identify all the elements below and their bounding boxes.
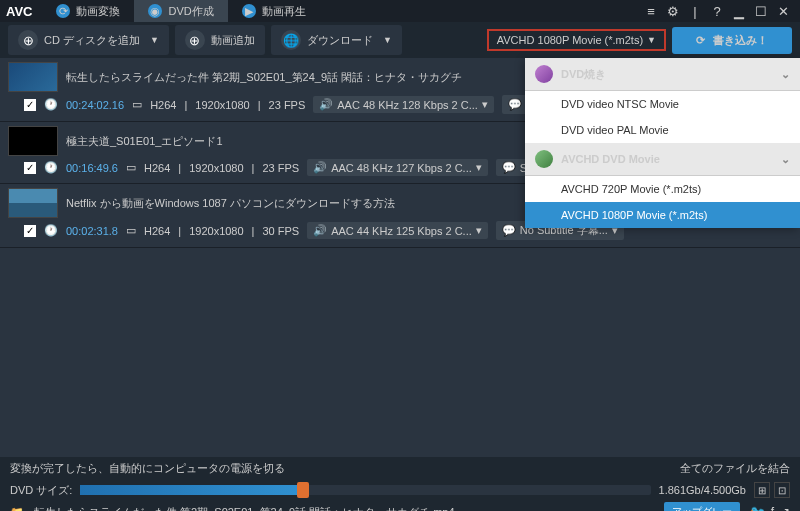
grid-icon[interactable]: ⊡	[774, 482, 790, 498]
film-icon: ▭	[126, 161, 136, 174]
thumbnail[interactable]	[8, 188, 58, 218]
auto-shutdown-label[interactable]: 変換が完了したら、自動的にコンピュータの電源を切る	[10, 461, 285, 476]
size-text: 1.861Gb/4.500Gb	[659, 484, 746, 496]
share-icon[interactable]: ↗	[780, 505, 790, 511]
dropdown-option-selected[interactable]: AVCHD 1080P Movie (*.m2ts)	[525, 202, 800, 228]
dvd-size-label: DVD サイズ:	[10, 483, 72, 498]
size-progress-bar[interactable]	[80, 485, 650, 495]
audio-badge[interactable]: 🔊 AAC 44 KHz 125 Kbps 2 C... ▾	[307, 222, 488, 239]
film-add-icon: ⊕	[185, 30, 205, 50]
tab-dvd-create[interactable]: ◉DVD作成	[134, 0, 227, 22]
chevron-down-icon: ▼	[383, 35, 392, 45]
dropdown-option[interactable]: DVD video PAL Movie	[525, 117, 800, 143]
checkbox[interactable]: ✓	[24, 99, 36, 111]
merge-files-label[interactable]: 全てのファイルを結合	[680, 461, 790, 476]
refresh-icon: ⟳	[696, 34, 705, 47]
checkbox[interactable]: ✓	[24, 225, 36, 237]
disc-add-icon: ⊕	[18, 30, 38, 50]
dropdown-option[interactable]: AVCHD 720P Movie (*.m2ts)	[525, 176, 800, 202]
tab-video-play[interactable]: ▶動画再生	[228, 0, 320, 22]
help-icon[interactable]: ?	[709, 3, 725, 19]
thumbnail[interactable]	[8, 126, 58, 156]
output-format-selector[interactable]: AVCHD 1080P Movie (*.m2ts)▼	[487, 29, 666, 51]
play-icon: ▶	[242, 4, 256, 18]
download-button[interactable]: 🌐ダウンロード▼	[271, 25, 402, 55]
add-cd-disc-button[interactable]: ⊕CD ディスクを追加▼	[8, 25, 169, 55]
dropdown-option[interactable]: DVD video NTSC Movie	[525, 91, 800, 117]
globe-icon: 🌐	[281, 30, 301, 50]
collapse-icon[interactable]: ⌄	[781, 68, 790, 81]
menu-icon[interactable]: ≡	[643, 3, 659, 19]
upgrade-button[interactable]: アップグレー	[664, 502, 740, 511]
footer: 変換が完了したら、自動的にコンピュータの電源を切る 全てのファイルを結合 DVD…	[0, 457, 800, 511]
divider: |	[687, 3, 703, 19]
output-filename: 転生したらスライムだった件 第2期_S02E01_第24_9話 閑話：ヒナタ・サ…	[34, 505, 455, 512]
disc-icon: ◉	[148, 4, 162, 18]
film-icon: ▭	[126, 224, 136, 237]
add-icon[interactable]: ⊞	[754, 482, 770, 498]
chevron-down-icon: ▼	[647, 35, 656, 45]
close-icon[interactable]: ✕	[775, 3, 791, 19]
format-dropdown: DVD焼き⌄ DVD video NTSC Movie DVD video PA…	[525, 58, 800, 228]
app-logo: AVC	[6, 4, 32, 19]
checkbox[interactable]: ✓	[24, 162, 36, 174]
thumbnail[interactable]	[8, 62, 58, 92]
dropdown-group-header[interactable]: AVCHD DVD Movie⌄	[525, 143, 800, 176]
minimize-icon[interactable]: ▁	[731, 3, 747, 19]
content-area: 転生したらスライムだった件 第2期_S02E01_第24_9話 閑話：ヒナタ・サ…	[0, 58, 800, 458]
hd-dvd-icon	[535, 150, 553, 168]
dropdown-group-header[interactable]: DVD焼き⌄	[525, 58, 800, 91]
progress-marker[interactable]	[297, 482, 309, 498]
gear-icon[interactable]: ⚙	[665, 3, 681, 19]
add-video-button[interactable]: ⊕動画追加	[175, 25, 265, 55]
audio-badge[interactable]: 🔊 AAC 48 KHz 127 Kbps 2 C... ▾	[307, 159, 488, 176]
chevron-down-icon: ▼	[150, 35, 159, 45]
refresh-icon: ⟳	[56, 4, 70, 18]
write-button[interactable]: ⟳書き込み！	[672, 27, 792, 54]
twitter-icon[interactable]: 🐦	[750, 505, 765, 511]
folder-icon[interactable]: 📁	[10, 506, 24, 512]
audio-badge[interactable]: 🔊 AAC 48 KHz 128 Kbps 2 C... ▾	[313, 96, 494, 113]
collapse-icon[interactable]: ⌄	[781, 153, 790, 166]
titlebar: AVC ⟳動画変換 ◉DVD作成 ▶動画再生 ≡ ⚙ | ? ▁ ☐ ✕	[0, 0, 800, 22]
clock-icon: 🕐	[44, 224, 58, 237]
film-icon: ▭	[132, 98, 142, 111]
clock-icon: 🕐	[44, 98, 58, 111]
dvd-burn-icon	[535, 65, 553, 83]
tab-video-convert[interactable]: ⟳動画変換	[42, 0, 134, 22]
clock-icon: 🕐	[44, 161, 58, 174]
facebook-icon[interactable]: f	[771, 505, 774, 511]
toolbar: ⊕CD ディスクを追加▼ ⊕動画追加 🌐ダウンロード▼ AVCHD 1080P …	[0, 22, 800, 58]
maximize-icon[interactable]: ☐	[753, 3, 769, 19]
